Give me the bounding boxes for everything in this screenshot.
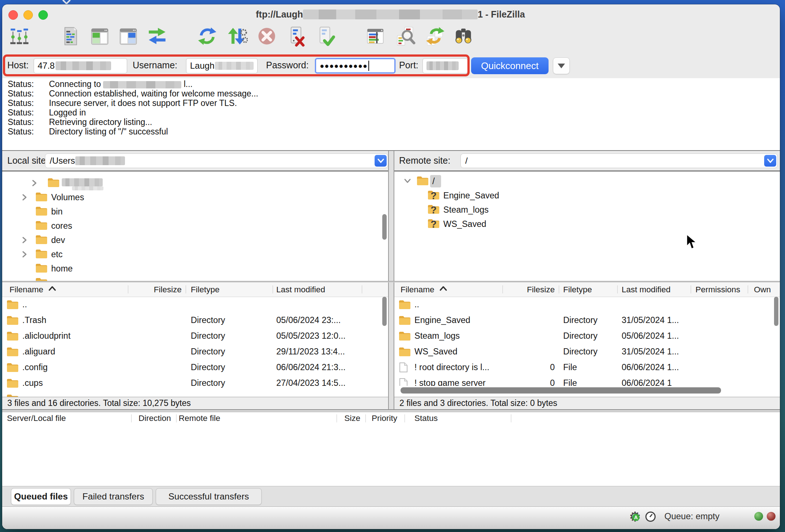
- synchronized-browsing-icon[interactable]: [424, 25, 445, 48]
- column-separator[interactable]: [511, 414, 511, 422]
- port-input[interactable]: [422, 58, 468, 73]
- column-separator[interactable]: [365, 414, 366, 422]
- site-manager-icon[interactable]: [9, 25, 30, 48]
- queue-column-direction[interactable]: Direction: [139, 414, 171, 423]
- column-separator[interactable]: [617, 285, 618, 293]
- transfer-queue-toggle-icon[interactable]: [147, 25, 168, 48]
- column-header-own[interactable]: Own: [754, 285, 771, 294]
- file-row[interactable]: [2, 391, 388, 397]
- tab-queued-files[interactable]: Queued files: [11, 488, 71, 505]
- column-separator[interactable]: [131, 414, 132, 422]
- tree-item-engine-saved[interactable]: ?Engine_Saved: [394, 189, 780, 203]
- speed-limit-icon[interactable]: [645, 512, 656, 522]
- remote-site-combo-button[interactable]: [764, 155, 776, 167]
- host-input[interactable]: 47.8: [34, 58, 127, 73]
- tree-item--[interactable]: /: [394, 174, 780, 189]
- transfer-queue-list: [2, 425, 780, 486]
- column-header-filetype[interactable]: Filetype: [191, 285, 220, 294]
- column-separator[interactable]: [503, 285, 503, 293]
- file-row--alicloudprint[interactable]: .alicloudprintDirectory05/05/2023 12:0..…: [2, 328, 388, 344]
- chevron-right-icon[interactable]: [21, 194, 29, 202]
- tree-item-bin[interactable]: bin: [2, 205, 388, 219]
- column-separator[interactable]: [748, 285, 748, 293]
- file-row--config[interactable]: .configDirectory06/06/2024 21:3...: [2, 360, 388, 376]
- file-row-steam-logs[interactable]: Steam_logsDirectory05/06/2024 1...: [394, 328, 780, 344]
- file-row--trash[interactable]: .TrashDirectory05/06/2024 23:...: [2, 313, 388, 328]
- cancel-operation-icon[interactable]: [256, 25, 277, 48]
- queue-column-remote-file[interactable]: Remote file: [179, 414, 220, 423]
- tree-item[interactable]: [2, 276, 388, 281]
- queue-column-server-local-file[interactable]: Server/Local file: [7, 414, 66, 423]
- username-input[interactable]: Laugh: [186, 58, 258, 73]
- file-row-ws-saved[interactable]: WS_SavedDirectory31/05/2024 1...: [394, 344, 780, 360]
- column-header-filetype[interactable]: Filetype: [563, 285, 592, 294]
- tree-item-etc[interactable]: etc: [2, 247, 388, 262]
- file-row--[interactable]: ..: [2, 297, 388, 313]
- tree-item-home[interactable]: home: [2, 262, 388, 276]
- password-input[interactable]: ●●●●●●●●●●: [315, 58, 395, 73]
- tree-item-cores[interactable]: cores: [2, 219, 388, 233]
- column-separator[interactable]: [405, 414, 405, 422]
- column-separator[interactable]: [559, 285, 559, 293]
- column-header-filesize[interactable]: Filesize: [506, 285, 555, 294]
- tab-successful-transfers[interactable]: Successful transfers: [156, 488, 262, 505]
- pane-divider[interactable]: [388, 151, 394, 410]
- column-header-filename[interactable]: Filename: [401, 285, 435, 294]
- refresh-listing-icon[interactable]: [197, 25, 218, 48]
- queue-column-size[interactable]: Size: [331, 414, 360, 423]
- tree-item[interactable]: [2, 176, 388, 190]
- column-header-filesize[interactable]: Filesize: [130, 285, 182, 294]
- local-site-path-input[interactable]: /Users: [45, 153, 388, 168]
- remote-list-scrollbar[interactable]: [774, 297, 778, 326]
- process-queue-icon[interactable]: [227, 25, 248, 48]
- remote-hscroll-thumb[interactable]: [401, 387, 721, 394]
- column-separator[interactable]: [128, 285, 128, 293]
- directory-listing-filters-icon[interactable]: [365, 25, 386, 48]
- reconnect-icon[interactable]: [315, 25, 336, 48]
- column-separator[interactable]: [362, 285, 362, 293]
- tree-item-dev[interactable]: dev: [2, 233, 388, 247]
- remote-tree-toggle-icon[interactable]: [118, 25, 139, 48]
- column-separator[interactable]: [691, 285, 691, 293]
- tree-item-steam-logs[interactable]: ?Steam_logs: [394, 203, 780, 217]
- message-log-toggle-icon[interactable]: [60, 25, 81, 48]
- disconnect-icon[interactable]: [286, 25, 307, 48]
- file-row-engine-saved[interactable]: Engine_SavedDirectory31/05/2024 1...: [394, 313, 780, 328]
- column-header-filename[interactable]: Filename: [10, 285, 43, 294]
- quickconnect-button[interactable]: Quickconnect: [471, 57, 549, 74]
- tree-item-label: etc: [51, 250, 62, 259]
- local-tree-scrollbar[interactable]: [382, 214, 387, 240]
- remote-site-path-input[interactable]: /: [460, 153, 778, 168]
- column-header-last-modified[interactable]: Last modified: [622, 285, 671, 294]
- column-separator[interactable]: [337, 414, 337, 422]
- queue-column-status[interactable]: Status: [414, 414, 438, 423]
- file-row--aliguard[interactable]: .aliguardDirectory29/11/2023 13:4...: [2, 344, 388, 360]
- directory-comparison-icon[interactable]: [395, 25, 416, 48]
- file-row--[interactable]: ..: [394, 297, 780, 313]
- chevron-right-icon[interactable]: [31, 179, 38, 188]
- find-files-icon[interactable]: [453, 25, 474, 48]
- minimize-window-button[interactable]: [23, 10, 33, 20]
- file-row--cups[interactable]: .cupsDirectory27/04/2023 14:5...: [2, 376, 388, 391]
- close-window-button[interactable]: [8, 10, 18, 20]
- local-list-scrollbar[interactable]: [382, 297, 387, 326]
- file-row--root-directory-is-l-[interactable]: ! root directory is l...0File06/06/2024 …: [394, 360, 780, 376]
- column-separator[interactable]: [273, 285, 273, 293]
- local-site-combo-button[interactable]: [375, 155, 387, 167]
- file-row--stop-game-server[interactable]: ! stop game server0File06/06/2024 1: [394, 376, 780, 386]
- local-tree-toggle-icon[interactable]: [89, 25, 110, 48]
- chevron-right-icon[interactable]: [21, 251, 29, 259]
- quickconnect-dropdown-button[interactable]: [553, 57, 570, 74]
- queue-column-priority[interactable]: Priority: [372, 414, 397, 423]
- tab-failed-transfers[interactable]: Failed transfers: [74, 488, 153, 505]
- zoom-window-button[interactable]: [38, 10, 48, 20]
- column-header-permissions[interactable]: Permissions: [695, 285, 740, 294]
- column-separator[interactable]: [186, 285, 186, 293]
- column-header-last-modified[interactable]: Last modified: [276, 285, 325, 294]
- autoupdate-gear-icon[interactable]: ⚙A: [629, 509, 644, 525]
- tree-item-volumes[interactable]: Volumes: [2, 190, 388, 205]
- chevron-right-icon[interactable]: [21, 236, 29, 245]
- chevron-down-icon[interactable]: [404, 178, 411, 186]
- column-separator[interactable]: [176, 414, 177, 422]
- tree-item-ws-saved[interactable]: ?WS_Saved: [394, 217, 780, 231]
